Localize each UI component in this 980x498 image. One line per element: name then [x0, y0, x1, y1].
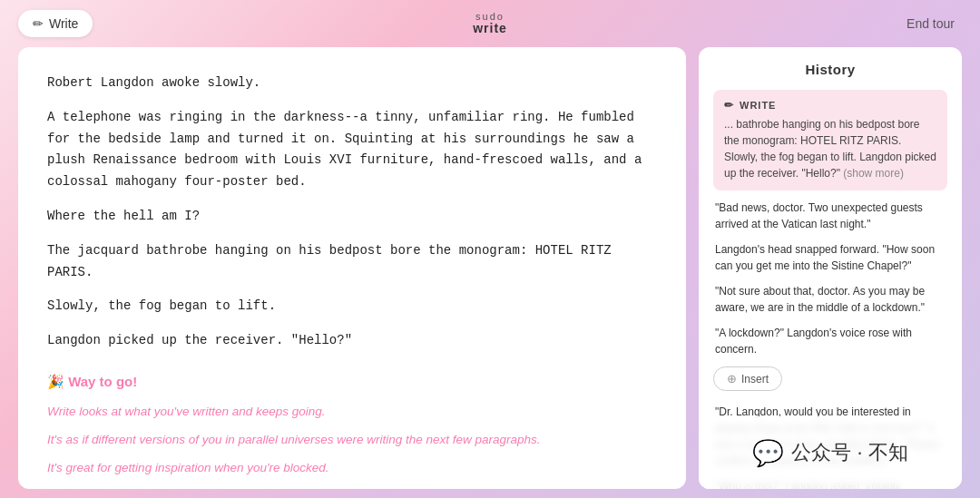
right-wrapper: History ✏ WRITE ... bathrobe hanging on …	[699, 47, 962, 489]
spacer	[47, 352, 657, 370]
show-more-link[interactable]: (show more)	[843, 167, 904, 180]
wechat-text: 公众号 · 不知	[791, 439, 907, 466]
text-panel[interactable]: Robert Langdon awoke slowly. A telephone…	[18, 47, 686, 489]
insert-button-1[interactable]: ⊕ Insert	[713, 366, 782, 391]
write-button[interactable]: ✏ Write	[18, 10, 93, 37]
history-write-preview: ... bathrobe hanging on his bedpost bore…	[724, 116, 936, 181]
write-preview-text: ... bathrobe hanging on his bedpost bore…	[724, 118, 936, 180]
end-tour-button[interactable]: End tour	[899, 13, 962, 34]
history-write-label: ✏ WRITE	[724, 99, 936, 112]
history-block2: Langdon's head snapped forward. "How soo…	[713, 241, 947, 274]
text-p1: Robert Langdon awoke slowly.	[47, 73, 657, 94]
app-logo: sudo write	[473, 11, 507, 35]
pencil-icon: ✏	[33, 16, 44, 31]
text-p6: Langdon picked up the receiver. "Hello?"	[47, 330, 657, 352]
logo-bottom: write	[473, 22, 507, 35]
write-button-label: Write	[49, 16, 78, 31]
tour-line1: Write looks at what you've written and k…	[47, 402, 657, 423]
insert-icon-1: ⊕	[727, 372, 737, 386]
tour-line3: It's great for getting inspiration when …	[47, 458, 657, 479]
write-icon: ✏	[724, 99, 734, 112]
text-p4: The jacquard bathrobe hanging on his bed…	[47, 240, 657, 284]
insert1-label: Insert	[741, 373, 769, 386]
history-block4: "A lockdown?" Langdon's voice rose with …	[713, 325, 947, 357]
history-write-block: ✏ WRITE ... bathrobe hanging on his bedp…	[713, 90, 947, 190]
text-p5: Slowly, the fog began to lift.	[47, 296, 657, 317]
history-block3: "Not sure about that, doctor. As you may…	[713, 283, 947, 316]
main-content: Robert Langdon awoke slowly. A telephone…	[0, 47, 980, 498]
write-label-text: WRITE	[740, 100, 776, 111]
text-p3: Where the hell am I?	[47, 206, 657, 228]
wechat-overlay: 💬 公众号 · 不知	[699, 416, 962, 489]
history-title: History	[713, 62, 947, 77]
end-tour-label: End tour	[906, 16, 955, 31]
history-block1: "Bad news, doctor. Two unexpected guests…	[713, 200, 947, 232]
topbar: ✏ Write sudo write End tour	[0, 0, 980, 47]
tour-line2: It's as if different versions of you in …	[47, 430, 657, 451]
tour-heading: 🎉 Way to go!	[47, 370, 657, 394]
wechat-icon: 💬	[752, 438, 784, 468]
text-p2: A telephone was ringing in the darkness-…	[47, 107, 657, 193]
